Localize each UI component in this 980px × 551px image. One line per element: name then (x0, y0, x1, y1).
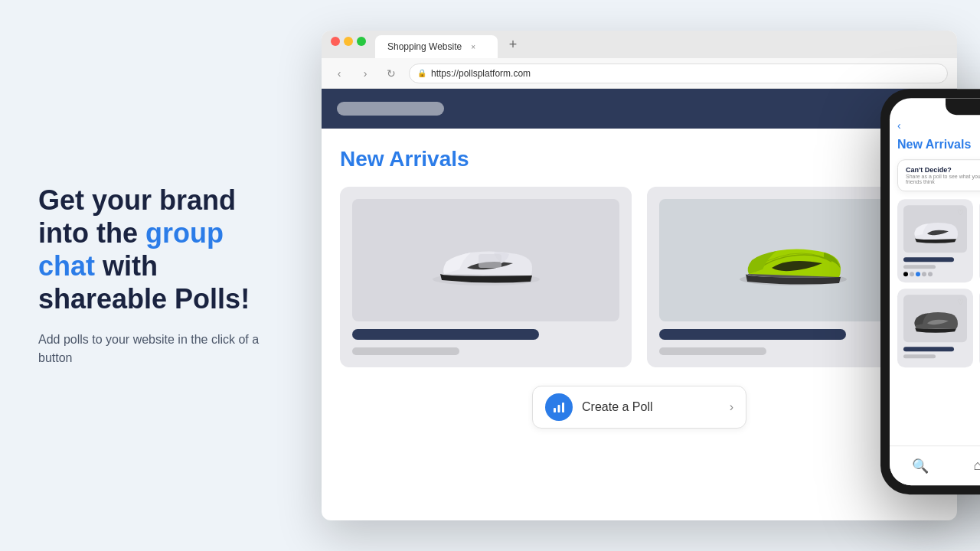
svg-rect-4 (558, 405, 560, 412)
active-tab[interactable]: Shopping Website × (375, 35, 498, 58)
svg-rect-5 (562, 403, 564, 412)
dot[interactable] (910, 272, 914, 276)
phone-new-arrivals-title: New Arrivals (897, 138, 980, 152)
left-section: Get your brand into the group chat with … (0, 153, 322, 399)
traffic-light-yellow[interactable] (344, 37, 353, 46)
browser-window: Shopping Website × + ‹ › ↻ 🔒 https://pol… (322, 31, 957, 520)
url-text: https://pollsplatform.com (431, 68, 531, 79)
phone-product-card-3[interactable]: ♡ (897, 289, 973, 367)
phone-product-name-1 (903, 257, 954, 262)
tab-bar: Shopping Website × + (322, 31, 957, 58)
phone-notch (946, 98, 980, 115)
cant-decide-banner: Can't Decide? Share as a poll to see wha… (897, 159, 980, 191)
product-name-bar-1 (352, 329, 539, 340)
phone-product-name-3 (903, 347, 954, 351)
dot[interactable] (928, 272, 933, 276)
phone-top-bar: ‹ ⊞ (897, 119, 980, 132)
reload-button[interactable]: ↻ (383, 65, 400, 82)
product-sub-bar-1 (352, 347, 459, 355)
shoe-white-svg (425, 230, 547, 291)
dot[interactable] (903, 272, 908, 276)
create-poll-label: Create a Poll (582, 400, 720, 414)
cant-decide-heading: Can't Decide? (906, 166, 980, 174)
site-nav (322, 89, 957, 129)
product-sub-bar-2 (659, 347, 766, 355)
dot[interactable] (922, 272, 926, 276)
address-bar[interactable]: 🔒 https://pollsplatform.com (409, 64, 948, 83)
create-poll-container: Create a Poll › (340, 386, 939, 429)
phone-content: ‹ ⊞ New Arrivals Can't Decide? Share as … (890, 98, 980, 485)
product-card-1[interactable] (340, 187, 632, 367)
phone-product-dots-1 (903, 272, 967, 276)
svg-rect-3 (554, 408, 556, 412)
phone-shoe-white-svg (909, 211, 962, 246)
back-button[interactable]: ‹ (331, 65, 348, 82)
phone-screen: ‹ ⊞ New Arrivals Can't Decide? Share as … (890, 98, 980, 485)
dot[interactable] (916, 272, 920, 276)
phone-product-price-1 (903, 265, 936, 269)
phone-home-icon[interactable]: ⌂ (974, 458, 980, 474)
heart-icon-3[interactable]: ♡ (957, 298, 964, 306)
cant-decide-subtext: Share as a poll to see what your friends… (906, 174, 980, 184)
phone-product-img-1: ♡ (903, 205, 967, 253)
subtext: Add polls to your website in the click o… (38, 331, 283, 367)
cant-decide-text: Can't Decide? Share as a poll to see wha… (906, 166, 980, 184)
phone-search-icon[interactable]: 🔍 (912, 458, 929, 474)
chevron-right-icon: › (730, 400, 733, 414)
product-image-1 (352, 199, 619, 321)
shoe-green-svg (732, 230, 854, 291)
tab-close-button[interactable]: × (468, 41, 479, 52)
heart-icon-1[interactable]: ♡ (957, 208, 964, 217)
phone-bottom-nav: 🔍 ⌂ 🛍 (890, 445, 980, 485)
phone-products-grid: ♡ (897, 199, 980, 367)
headline: Get your brand into the group chat with … (38, 184, 283, 316)
phone-back-button[interactable]: ‹ (897, 119, 901, 132)
address-bar-row: ‹ › ↻ 🔒 https://pollsplatform.com (322, 58, 957, 89)
phone-overlay: ‹ ⊞ New Arrivals Can't Decide? Share as … (880, 89, 980, 494)
forward-button[interactable]: › (357, 65, 374, 82)
products-grid (340, 187, 939, 367)
poll-svg-icon (552, 400, 566, 414)
phone-product-card-1[interactable]: ♡ (897, 199, 973, 282)
lock-icon: 🔒 (417, 69, 426, 77)
traffic-light-red[interactable] (331, 37, 340, 46)
site-logo (337, 102, 444, 116)
tab-title: Shopping Website (387, 41, 462, 52)
svg-rect-1 (479, 254, 501, 268)
site-content: New Arrivals (322, 129, 957, 447)
phone-shoe-dark-svg (909, 301, 962, 336)
poll-icon (545, 393, 573, 421)
phone-product-price-3 (903, 354, 936, 358)
new-arrivals-title: New Arrivals (340, 147, 939, 171)
traffic-light-green[interactable] (357, 37, 366, 46)
phone-product-img-3: ♡ (903, 295, 967, 342)
product-name-bar-2 (659, 329, 846, 340)
create-poll-button[interactable]: Create a Poll › (532, 386, 746, 429)
new-tab-button[interactable]: + (502, 34, 524, 55)
